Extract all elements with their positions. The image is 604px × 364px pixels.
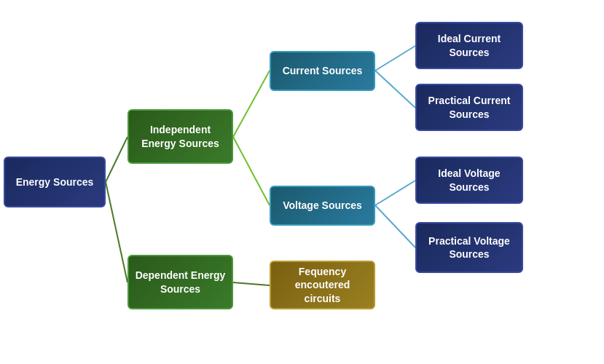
- svg-line-8: [375, 205, 415, 248]
- energy-sources-node: Energy Sources: [4, 157, 106, 207]
- svg-line-4: [233, 282, 270, 285]
- voltage-sources-node: Voltage Sources: [270, 186, 375, 226]
- ideal-current-sources-node: Ideal Current Sources: [415, 22, 523, 69]
- independent-energy-sources-node: Independent Energy Sources: [128, 109, 233, 164]
- svg-line-1: [106, 182, 128, 282]
- dependent-energy-sources-node: Dependent Energy Sources: [128, 255, 233, 309]
- svg-line-0: [106, 137, 128, 182]
- frequency-circuits-node: Fequency encoutered circuits: [270, 261, 375, 309]
- diagram-container: Energy Sources Independent Energy Source…: [0, 0, 604, 364]
- practical-current-sources-node: Practical Current Sources: [415, 84, 523, 131]
- svg-line-3: [233, 137, 270, 205]
- ideal-voltage-sources-node: Ideal Voltage Sources: [415, 157, 523, 204]
- svg-line-5: [375, 46, 415, 71]
- svg-line-7: [375, 181, 415, 205]
- current-sources-node: Current Sources: [270, 51, 375, 91]
- svg-line-6: [375, 71, 415, 108]
- svg-line-2: [233, 71, 270, 137]
- practical-voltage-sources-node: Practical Voltage Sources: [415, 222, 523, 273]
